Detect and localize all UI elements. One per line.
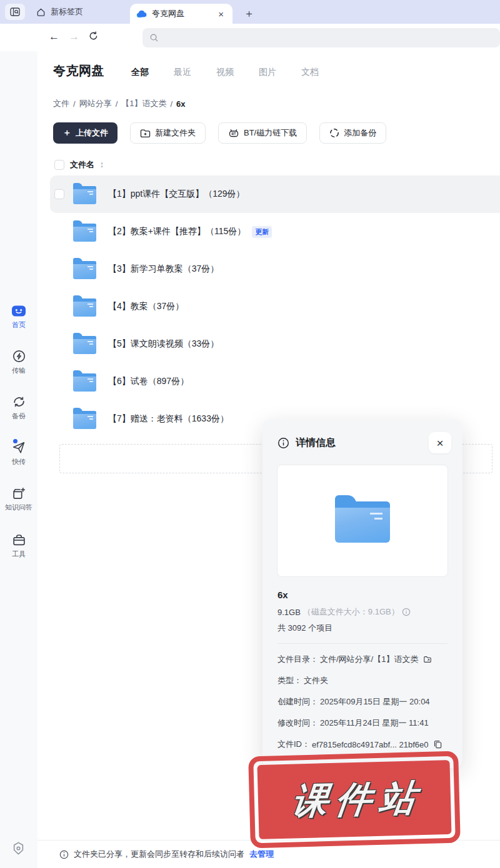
- tab-all[interactable]: 全部: [131, 67, 149, 78]
- qa-box-icon: [12, 486, 26, 500]
- file-row[interactable]: 【1】ppt课件【交互版】（129份）: [50, 175, 500, 213]
- workspace-search-button[interactable]: [5, 4, 25, 20]
- breadcrumb: 文件 / 网站分享 / 【1】语文类 / 6x: [53, 98, 186, 109]
- plus-icon: ＋: [62, 127, 71, 139]
- folder-icon: [73, 186, 96, 204]
- select-all-checkbox[interactable]: [54, 160, 64, 170]
- tab-quark-drive[interactable]: 夸克网盘 ×: [130, 4, 232, 24]
- detail-label: 修改时间：: [278, 718, 318, 729]
- file-name: 【2】教案+课件【推荐】（115份）: [108, 226, 246, 237]
- details-panel: 详情信息 × 6x 9.1GB （磁盘文件大小：9.1GB） 共 3092 个项…: [262, 420, 462, 768]
- sidebar-item-knowledge-qa[interactable]: 知识问答: [0, 486, 38, 512]
- quark-logo-icon: [136, 9, 147, 19]
- file-row[interactable]: 【6】试卷（897份）: [38, 363, 500, 400]
- back-icon[interactable]: ←: [49, 30, 59, 44]
- sidebar-item-tools[interactable]: 工具: [0, 533, 38, 559]
- bt-download-button[interactable]: BT BT/磁力链下载: [218, 122, 307, 144]
- sort-icon[interactable]: ▲ ▼: [100, 162, 104, 169]
- sidebar-label: 首页: [12, 320, 26, 330]
- file-name: 【1】ppt课件【交互版】（129份）: [108, 189, 245, 200]
- new-folder-label: 新建文件夹: [155, 127, 196, 139]
- bt-download-label: BT/磁力链下载: [244, 127, 297, 139]
- new-folder-button[interactable]: 新建文件夹: [130, 122, 206, 144]
- folder-icon: [73, 224, 96, 242]
- detail-label: 文件目录：: [278, 654, 318, 665]
- file-name: 【4】教案（37份）: [108, 301, 184, 312]
- app-sidebar: 首页 传输 备份 快传: [0, 51, 38, 868]
- breadcrumb-item[interactable]: 【1】语文类: [121, 98, 166, 109]
- breadcrumb-current: 6x: [176, 99, 185, 109]
- new-tab-button[interactable]: ＋: [240, 5, 258, 22]
- detail-label: 类型：: [278, 675, 302, 686]
- gear-icon: [11, 841, 26, 856]
- search-icon: [149, 33, 159, 42]
- detail-value: 2025年11月24日 星期一 11:41: [320, 718, 429, 729]
- tab-images[interactable]: 图片: [259, 67, 276, 78]
- detail-value: 文件夹: [304, 675, 328, 686]
- sidebar-item-quick-send[interactable]: 快传: [0, 440, 38, 466]
- sidebar-item-home[interactable]: 首页: [0, 303, 38, 330]
- folder-icon: [73, 411, 96, 429]
- breadcrumb-item[interactable]: 文件: [53, 98, 69, 109]
- address-search-input[interactable]: [142, 28, 500, 47]
- page-title: 夸克网盘: [53, 62, 104, 79]
- sidebar-label: 工具: [12, 550, 26, 559]
- details-row-type: 类型： 文件夹: [278, 675, 448, 686]
- list-header: 文件名 ▲ ▼: [54, 159, 104, 170]
- file-name: 【7】赠送：老资料（1633份）: [108, 413, 229, 425]
- stamp-text: 课件站: [283, 773, 426, 826]
- tab-label: 夸克网盘: [152, 8, 211, 19]
- quark-drive-app: 新标签页 夸克网盘 × ＋ ← →: [0, 0, 500, 868]
- details-size-note: （磁盘文件大小：9.1GB）: [303, 606, 399, 618]
- breadcrumb-separator: /: [116, 99, 118, 109]
- manage-share-link[interactable]: 去管理: [249, 849, 274, 860]
- sidebar-label: 备份: [12, 412, 26, 421]
- file-name: 【5】课文朗读视频（33份）: [108, 338, 219, 350]
- upload-label: 上传文件: [76, 127, 108, 139]
- sidebar-search-icon: [10, 7, 20, 16]
- forward-icon: →: [69, 30, 79, 44]
- close-panel-button[interactable]: ×: [429, 432, 451, 453]
- row-checkbox[interactable]: [54, 189, 64, 199]
- settings-button[interactable]: [11, 841, 26, 856]
- info-icon: [59, 850, 69, 859]
- detail-value: ef7815efcd8c4917abf... 21bf6e0: [312, 740, 429, 749]
- copy-icon[interactable]: [434, 740, 442, 749]
- file-row[interactable]: 【2】教案+课件【推荐】（115份） 更新: [38, 213, 500, 250]
- view-tabs: 全部 最近 视频 图片 文档: [131, 67, 319, 78]
- file-row[interactable]: 【5】课文朗读视频（33份）: [38, 325, 500, 363]
- file-row[interactable]: 【3】新学习单教案（37份）: [38, 250, 500, 288]
- folder-icon: [73, 261, 96, 279]
- file-list: 【1】ppt课件【交互版】（129份） 【2】教案+课件【推荐】（115份） 更…: [38, 175, 500, 438]
- upload-file-button[interactable]: ＋ 上传文件: [53, 122, 118, 144]
- backup-sync-icon: [12, 395, 26, 409]
- sidebar-item-transfer[interactable]: 传输: [0, 349, 38, 375]
- tab-videos[interactable]: 视频: [216, 67, 234, 78]
- details-row-directory: 文件目录： 文件/网站分享/【1】语文类: [278, 654, 448, 665]
- notification-dot: [13, 439, 18, 443]
- open-directory-icon[interactable]: [423, 655, 432, 664]
- detail-label: 文件ID：: [278, 739, 310, 750]
- stamp-watermark: 课件站: [248, 751, 461, 849]
- size-info-icon[interactable]: [402, 608, 411, 616]
- sidebar-item-backup[interactable]: 备份: [0, 395, 38, 421]
- add-backup-button[interactable]: 添加备份: [319, 122, 386, 144]
- file-row[interactable]: 【4】教案（37份）: [38, 288, 500, 325]
- sidebar-label: 传输: [12, 366, 26, 375]
- close-icon: ×: [436, 437, 443, 449]
- folder-icon: [73, 298, 96, 317]
- details-title: 详情信息: [296, 436, 429, 450]
- sort-up-icon: ▲: [100, 162, 104, 165]
- tab-label: 新标签页: [51, 6, 83, 17]
- home-drive-icon: [11, 303, 27, 318]
- tab-close-icon[interactable]: ×: [216, 8, 226, 20]
- tab-new-page[interactable]: 新标签页: [30, 3, 89, 21]
- file-name: 【3】新学习单教案（37份）: [108, 264, 219, 275]
- bt-magnet-icon: BT: [228, 128, 239, 138]
- tab-docs[interactable]: 文档: [301, 67, 319, 78]
- home-icon: [36, 7, 46, 17]
- reload-icon[interactable]: [88, 31, 99, 41]
- breadcrumb-item[interactable]: 网站分享: [79, 98, 112, 109]
- tab-recent[interactable]: 最近: [174, 67, 191, 78]
- sort-down-icon: ▼: [100, 165, 104, 169]
